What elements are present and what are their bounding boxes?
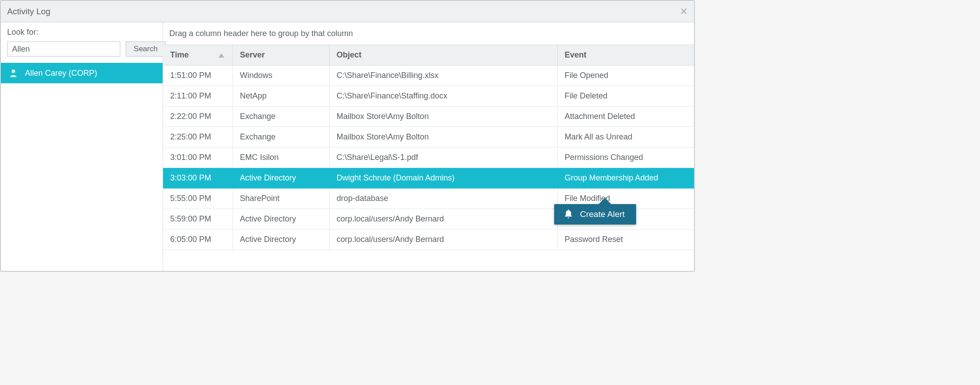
cell-time: 5:55:00 PM <box>163 188 233 209</box>
cell-time: 3:03:00 PM <box>163 168 233 188</box>
cell-server: Exchange <box>233 127 329 147</box>
cell-event: Mark All as Unread <box>557 127 694 147</box>
sort-asc-icon <box>218 50 225 60</box>
cell-server: EMC Isilon <box>233 147 329 168</box>
col-header-event-label: Event <box>565 50 587 59</box>
cell-time: 6:05:00 PM <box>163 229 233 250</box>
activity-log-window: Activity Log ✕ Look for: Search Allen Ca <box>0 0 695 272</box>
cell-server: Active Directory <box>233 209 329 229</box>
create-alert-popover[interactable]: Create Alert <box>554 204 636 225</box>
bell-icon <box>564 209 573 219</box>
grid-wrap: Time Server Object <box>163 45 694 271</box>
col-header-server[interactable]: Server <box>233 45 329 66</box>
grid-header-row: Time Server Object <box>163 45 694 66</box>
table-row[interactable]: 3:03:00 PMActive DirectoryDwight Schrute… <box>163 168 694 188</box>
col-header-object-label: Object <box>337 50 362 59</box>
search-input[interactable] <box>7 41 120 57</box>
cell-object: corp.local/users/Andy Bernard <box>329 209 557 229</box>
cell-time: 2:11:00 PM <box>163 86 233 106</box>
col-header-server-label: Server <box>240 50 265 59</box>
window-body: Look for: Search Allen Carey (CORP) Drag… <box>1 22 694 271</box>
main-panel: Drag a column header here to group by th… <box>163 22 694 271</box>
cell-event: Group Membership Added <box>557 168 694 188</box>
search-button[interactable]: Search <box>126 41 166 57</box>
svg-point-0 <box>12 70 15 73</box>
table-row[interactable]: 6:05:00 PMActive Directorycorp.local/use… <box>163 229 694 250</box>
cell-time: 3:01:00 PM <box>163 147 233 168</box>
cell-server: SharePoint <box>233 188 329 209</box>
create-alert-label: Create Alert <box>580 209 625 219</box>
cell-event: Permissions Changed <box>557 147 694 168</box>
cell-server: Windows <box>233 66 329 86</box>
group-by-hint[interactable]: Drag a column header here to group by th… <box>163 22 694 45</box>
cell-object: C:\Share\Finance\Billing.xlsx <box>329 66 557 86</box>
col-header-event[interactable]: Event <box>557 45 694 66</box>
cell-time: 2:22:00 PM <box>163 106 233 127</box>
search-area: Look for: Search <box>1 22 163 63</box>
cell-server: Active Directory <box>233 229 329 250</box>
col-header-time-label: Time <box>170 50 189 59</box>
cell-object: C:\Share\Legal\S-1.pdf <box>329 147 557 168</box>
cell-object: Mailbox Store\Amy Bolton <box>329 106 557 127</box>
cell-object: C:\Share\Finance\Staffing.docx <box>329 86 557 106</box>
table-row[interactable]: 2:11:00 PMNetAppC:\Share\Finance\Staffin… <box>163 86 694 106</box>
col-header-object[interactable]: Object <box>329 45 557 66</box>
cell-object: Mailbox Store\Amy Bolton <box>329 127 557 147</box>
table-row[interactable]: 2:22:00 PMExchangeMailbox Store\Amy Bolt… <box>163 106 694 127</box>
search-result-item[interactable]: Allen Carey (CORP) <box>1 63 163 83</box>
person-icon <box>10 69 17 77</box>
titlebar: Activity Log ✕ <box>1 1 694 22</box>
cell-time: 1:51:00 PM <box>163 66 233 86</box>
cell-time: 2:25:00 PM <box>163 127 233 147</box>
cell-event: Password Reset <box>557 229 694 250</box>
table-row[interactable]: 1:51:00 PMWindowsC:\Share\Finance\Billin… <box>163 66 694 86</box>
window-title: Activity Log <box>7 7 50 16</box>
search-result-label: Allen Carey (CORP) <box>25 69 97 78</box>
cell-server: Active Directory <box>233 168 329 188</box>
cell-object: corp.local/users/Andy Bernard <box>329 229 557 250</box>
svg-rect-2 <box>568 209 569 211</box>
cell-object: Dwight Schrute (Domain Admins) <box>329 168 557 188</box>
svg-marker-1 <box>218 53 225 57</box>
cell-server: NetApp <box>233 86 329 106</box>
cell-server: Exchange <box>233 106 329 127</box>
table-row[interactable]: 3:01:00 PMEMC IsilonC:\Share\Legal\S-1.p… <box>163 147 694 168</box>
col-header-time[interactable]: Time <box>163 45 233 66</box>
cell-event: File Deleted <box>557 86 694 106</box>
look-for-label: Look for: <box>7 28 156 37</box>
close-icon[interactable]: ✕ <box>680 7 688 16</box>
table-row[interactable]: 2:25:00 PMExchangeMailbox Store\Amy Bolt… <box>163 127 694 147</box>
sidebar: Look for: Search Allen Carey (CORP) <box>1 22 163 271</box>
cell-object: drop-database <box>329 188 557 209</box>
cell-time: 5:59:00 PM <box>163 209 233 229</box>
cell-event: File Opened <box>557 66 694 86</box>
cell-event: Attachment Deleted <box>557 106 694 127</box>
search-row: Search <box>7 41 156 57</box>
